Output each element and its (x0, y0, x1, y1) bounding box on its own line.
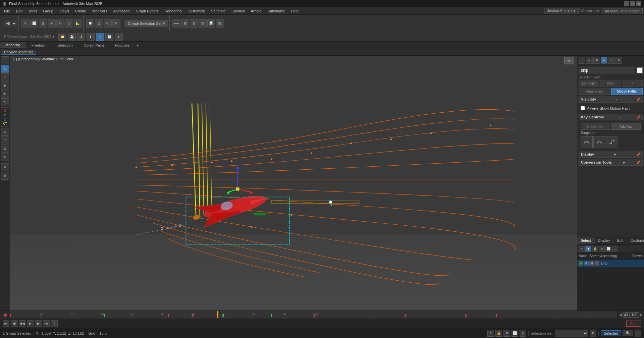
utilities-panel-btn[interactable]: 🔨 (1, 98, 9, 106)
rp-add-btn[interactable]: + (579, 57, 585, 64)
tab-populate[interactable]: Populate (109, 43, 135, 48)
schematic-btn[interactable]: 🕸 (216, 19, 224, 27)
viewport-canvas[interactable] (10, 56, 577, 311)
se-more-btn[interactable]: … (612, 246, 618, 252)
material-editor-btn[interactable]: ◈ (1, 172, 9, 180)
display-panel-btn[interactable]: 👁 (1, 90, 9, 98)
create-panel-btn[interactable]: + (1, 56, 9, 64)
menu-file[interactable]: File (1, 8, 13, 14)
se-filter-btn[interactable]: ▼ (585, 246, 591, 252)
status-settings-btn[interactable]: ⚙ (503, 330, 510, 337)
status-expand-btn[interactable]: ⬜ (512, 330, 518, 337)
rotate-tool-btn[interactable]: ↻ (56, 19, 64, 27)
render-setup-btn[interactable]: 🔄 (105, 33, 113, 41)
align-view-btn[interactable]: ⊞ (190, 19, 198, 27)
select-region-btn[interactable]: ⬜ (30, 19, 38, 27)
rp-pencil-btn[interactable]: ✏ (586, 57, 593, 64)
minimize-button[interactable]: — (624, 1, 629, 6)
se-close-btn[interactable]: ✕ (579, 246, 585, 252)
status-move-btn[interactable]: ↖ (487, 330, 494, 337)
always-show-motion-path-checkbox[interactable] (581, 106, 585, 110)
keys-dropdown-btn[interactable]: ▾ (622, 80, 643, 87)
visibility-section-header[interactable]: Visibility ▾ 📌 (579, 96, 643, 103)
tab-more[interactable]: + (137, 43, 139, 47)
rp-square-btn[interactable]: □ (608, 57, 615, 64)
add-tag-btn[interactable]: + (635, 330, 641, 337)
axis-xy-btn[interactable]: XY (3, 122, 7, 125)
status-extra-btn[interactable]: ⊞ (520, 330, 526, 337)
menu-scripting[interactable]: Scripting (208, 8, 228, 14)
next-key-btn[interactable]: |▶ (35, 320, 42, 327)
menu-tools[interactable]: Tools (26, 8, 40, 14)
sub-object-btn[interactable]: Sub-Object (579, 80, 599, 87)
animation-timeline[interactable]: 10 20 30 40 50 60 70 80 90 100 (10, 311, 617, 318)
selected-button[interactable]: Selected (601, 330, 621, 336)
close-button[interactable]: ✕ (636, 1, 641, 6)
curve-editor-btn[interactable]: 📊 (207, 19, 215, 27)
go-to-end-btn[interactable]: ⏭ (43, 320, 50, 327)
menu-arnold[interactable]: Arnold (248, 8, 264, 14)
rp-settings-btn[interactable]: ⚙ (615, 57, 622, 64)
tangent-smooth-btn[interactable] (581, 136, 593, 148)
angle-snap-side-btn[interactable]: ∠ (1, 145, 9, 153)
tab-freeform[interactable]: Freeform (26, 43, 52, 48)
auto-key-btn[interactable]: ⏺ (3, 312, 7, 318)
keys-btn[interactable]: Keys (600, 80, 621, 87)
percent-snap-side-btn[interactable]: % (1, 153, 9, 161)
key-controls-section-header[interactable]: Key Controls ▾ 📌 (579, 114, 643, 120)
menu-customize[interactable]: Customize (185, 8, 208, 14)
menu-animation[interactable]: Animation (111, 8, 132, 14)
time-config-btn[interactable]: ⏱ (51, 320, 58, 327)
play-back-btn[interactable]: ◀◀ (19, 320, 25, 327)
menu-views[interactable]: Views (57, 8, 72, 14)
auto-key-button[interactable]: Auto (626, 321, 641, 327)
tab-object-paint[interactable]: Object Paint (78, 43, 110, 48)
tangent-linear-btn[interactable] (593, 136, 605, 148)
reference-coord-btn[interactable]: 📐 (74, 19, 82, 27)
tab-modeling[interactable]: Modeling (0, 42, 26, 48)
selection-set-manage-btn[interactable]: ⚙ (590, 330, 596, 337)
spinner-snap-btn[interactable]: ⟳ (112, 19, 120, 27)
scene-tab-display[interactable]: Display (595, 237, 614, 244)
add-key-btn[interactable]: Add Key (611, 123, 641, 130)
user-button[interactable]: Joshua Shiroish▾ (544, 8, 578, 14)
mirror-btn[interactable]: ⟺ (172, 19, 180, 27)
search-btn[interactable]: 🔍 (623, 330, 633, 336)
menu-civview[interactable]: CivView (229, 8, 248, 14)
play-btn[interactable]: ▶ (27, 320, 34, 327)
snap-mode-btn[interactable]: 3 (1, 128, 9, 136)
rp-circle-btn[interactable]: ● (601, 57, 607, 64)
se-lock-btn[interactable]: 🔒 (592, 246, 598, 252)
percent-snap-btn[interactable]: % (104, 19, 112, 27)
snap-mode2-btn[interactable]: ⁺3 (1, 136, 9, 144)
export-btn[interactable]: ⬆ (87, 33, 95, 41)
selection-set-dropdown[interactable] (555, 330, 588, 337)
status-lock-btn[interactable]: 🔒 (495, 330, 502, 337)
xview-btn[interactable]: ✕ (1, 163, 9, 171)
menu-substance[interactable]: Substance (265, 8, 287, 14)
workspace-name[interactable]: Alt Menu and Toolbar (602, 8, 643, 14)
menu-edit[interactable]: Edit (13, 8, 25, 14)
hierarchy-panel-btn[interactable]: ⬡ (1, 73, 9, 81)
go-to-start-btn[interactable]: ⏮ (3, 320, 9, 327)
display-section-header[interactable]: Display ▶ 📌 (579, 151, 643, 158)
object-name-input[interactable] (579, 67, 635, 74)
maximize-button[interactable]: □ (630, 1, 635, 6)
menu-help[interactable]: Help (288, 8, 301, 14)
open-file-btn[interactable]: 📁 (58, 33, 66, 41)
scene-tab-customize[interactable]: Customize (627, 237, 644, 244)
viewport-config-btn[interactable]: ⊞ (96, 33, 104, 41)
scene-list-item-ship[interactable]: ▲ 👁 ⊟ □ ship (577, 260, 644, 267)
next-frame-btn[interactable]: ▶ (640, 313, 642, 317)
select-tool-btn[interactable]: ↖ (21, 19, 30, 27)
axis-z-btn[interactable]: Z (4, 117, 6, 121)
tangent-step-btn[interactable] (606, 136, 618, 148)
parameters-tab-btn[interactable]: Parameters (579, 88, 610, 95)
menu-graph-editors[interactable]: Graph Editors (133, 8, 161, 14)
move-tool-btn[interactable]: ✛ (48, 19, 56, 27)
motion-paths-tab-btn[interactable]: Motion Paths (611, 88, 643, 95)
conversion-tools-section-header[interactable]: Conversion Tools ▶ 📌 (579, 159, 643, 166)
menu-rendering[interactable]: Rendering (162, 8, 184, 14)
object-color-swatch[interactable] (637, 67, 643, 73)
axis-x-btn[interactable]: X (4, 109, 6, 113)
